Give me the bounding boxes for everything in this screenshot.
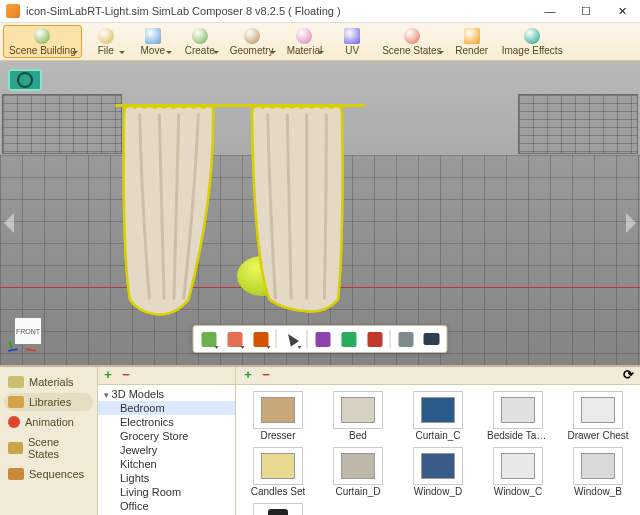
asset-thumbnail [413,391,463,429]
side-tab-libraries[interactable]: Libraries [4,393,93,411]
asset-add-button[interactable]: + [242,370,254,382]
asset-toolbar: + − ⟳ [236,367,640,385]
side-tab-sequences[interactable]: Sequences [4,465,93,483]
ribbon-geometry[interactable]: Geometry [224,25,280,58]
asset-curtain_c[interactable]: Curtain_C [402,389,474,443]
asset-window_b[interactable]: Window_B [562,445,634,499]
toolbar-snap-face[interactable] [364,328,386,350]
asset-curtain_d[interactable]: Curtain_D [322,445,394,499]
tree-item[interactable]: Living Room [98,485,235,499]
tree-item[interactable]: Kitchen [98,457,235,471]
uv-icon [344,28,360,44]
titlebar: icon-SimLabRT-Light.sim SimLab Composer … [0,0,640,23]
asset-label: Dresser [260,430,295,441]
grid-helper-right [518,94,638,154]
side-tab-label: Sequences [29,468,84,480]
ribbon-file[interactable]: File [83,25,129,58]
curtain-left[interactable] [120,104,218,319]
tree-remove-button[interactable]: − [120,370,132,382]
asset-bed[interactable]: Bed [322,389,394,443]
toolbar-divider [307,330,308,348]
model-tree[interactable]: 3D ModelsBedroomElectronicsGrocery Store… [98,385,235,515]
asset-window_d[interactable]: Window_D [402,445,474,499]
app-icon [6,4,20,18]
view-cube[interactable]: FRONT [8,313,48,353]
ribbon-label: Material [287,45,323,56]
chevron-down-icon [318,51,324,54]
asset-label: Window_B [574,486,622,497]
asset-remove-button[interactable]: − [260,370,272,382]
camera-snapshot-button[interactable] [8,69,42,91]
toolbar-snap-obj[interactable] [338,328,360,350]
toolbar-tex-view[interactable] [250,328,272,350]
wire-view-icon [227,332,242,347]
ribbon-image-effects[interactable]: Image Effects [496,25,569,58]
snap-grid-icon [315,332,330,347]
toolbar-shadow-toggle[interactable] [395,328,417,350]
tree-add-button[interactable]: + [102,370,114,382]
curtain-right[interactable] [248,104,346,319]
create-icon [192,28,208,44]
ribbon-scene-building[interactable]: Scene Building [3,25,82,58]
tree-root[interactable]: 3D Models [98,387,235,401]
toolbar-snap-grid[interactable] [312,328,334,350]
viewport-next-arrow[interactable] [626,213,636,233]
asset-bedside_table[interactable]: Bedside Table [482,389,554,443]
toolbar-solid-view[interactable] [198,328,220,350]
tree-item[interactable]: Grocery Store [98,429,235,443]
viewport-3d[interactable]: FRONT [0,61,640,365]
side-tab-label: Scene States [28,436,89,460]
scene-building-icon [34,28,50,44]
axis-indicator-x [26,348,36,352]
asset-grid[interactable]: DresserBedCurtain_CBedside TableDrawer C… [236,385,640,515]
geometry-icon [244,28,260,44]
chevron-down-icon [213,51,219,54]
asset-refresh-button[interactable]: ⟳ [622,370,634,382]
grid-helper-left [2,94,122,154]
ribbon-label: Image Effects [502,45,563,56]
ribbon-move[interactable]: Move [130,25,176,58]
ribbon-label: Geometry [230,45,274,56]
view-cube-face[interactable]: FRONT [14,317,42,345]
side-tabs: MaterialsLibrariesAnimationScene StatesS… [0,367,98,515]
file-icon [98,28,114,44]
asset-label: Bedside Table [487,430,549,441]
tree-item[interactable]: Jewelry [98,443,235,457]
close-button[interactable]: ✕ [604,0,640,22]
chevron-down-icon [119,51,125,54]
minimize-button[interactable]: — [532,0,568,22]
asset-dresser[interactable]: Dresser [242,389,314,443]
asset-label: Curtain_D [335,486,380,497]
asset-window_c[interactable]: Window_C [482,445,554,499]
ribbon-toolbar: Scene BuildingFileMoveCreateGeometryMate… [0,23,640,61]
ribbon-material[interactable]: Material [281,25,329,58]
maximize-button[interactable]: ☐ [568,0,604,22]
ribbon-render[interactable]: Render [449,25,495,58]
tree-item[interactable]: Office [98,499,235,513]
toolbar-wire-view[interactable] [224,328,246,350]
toolbar-camera-capture[interactable] [421,328,443,350]
ribbon-label: Move [140,45,164,56]
axis-indicator-z [8,348,18,352]
tree-panel: + − 3D ModelsBedroomElectronicsGrocery S… [98,367,236,515]
asset-cwer[interactable]: CWER.WS [242,501,314,515]
tree-item[interactable]: Lights [98,471,235,485]
ribbon-uv[interactable]: UV [329,25,375,58]
asset-thumbnail [493,447,543,485]
ribbon-label: UV [345,45,359,56]
render-icon [464,28,480,44]
asset-candles_set[interactable]: Candles Set [242,445,314,499]
asset-label: Drawer Chest [567,430,628,441]
side-tab-materials[interactable]: Materials [4,373,93,391]
ribbon-scene-states[interactable]: Scene States [376,25,447,58]
tree-item[interactable]: Bedroom [98,401,235,415]
side-tab-label: Libraries [29,396,71,408]
side-tab-animation[interactable]: Animation [4,413,93,431]
ribbon-create[interactable]: Create [177,25,223,58]
tree-item[interactable]: Electronics [98,415,235,429]
side-tab-scene-states[interactable]: Scene States [4,433,93,463]
viewport-prev-arrow[interactable] [4,213,14,233]
bottom-panel: MaterialsLibrariesAnimationScene StatesS… [0,365,640,515]
asset-drawer_chest[interactable]: Drawer Chest [562,389,634,443]
toolbar-select-tool[interactable] [281,328,303,350]
